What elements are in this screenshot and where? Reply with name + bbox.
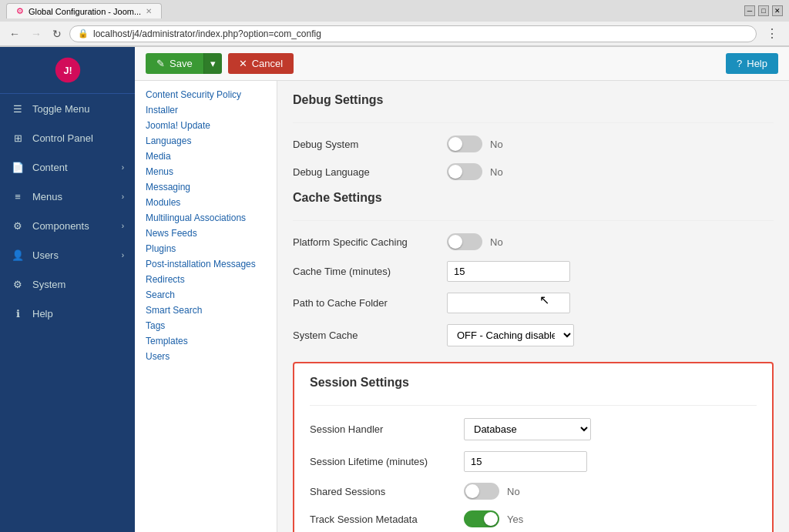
debug-language-toggle[interactable] — [447, 163, 482, 180]
system-cache-control: OFF - Caching disabled Conservative cach… — [447, 324, 574, 346]
platform-caching-control: No — [447, 233, 503, 250]
left-nav-joomla-update[interactable]: Joomla! Update — [135, 118, 277, 133]
cache-folder-input[interactable] — [447, 293, 570, 313]
left-nav-smart-search[interactable]: Smart Search — [135, 303, 277, 318]
left-nav-multilingual[interactable]: Multilingual Associations — [135, 210, 277, 226]
debug-system-control: No — [447, 136, 503, 152]
help-button[interactable]: ? Help — [726, 53, 778, 74]
shared-sessions-toggle[interactable] — [464, 483, 499, 500]
reload-button[interactable]: ↻ — [49, 26, 65, 42]
content-area: Debug Settings Debug System No Debug Lan… — [277, 81, 789, 532]
shared-sessions-row: Shared Sessions No — [310, 483, 757, 500]
system-cache-label: System Cache — [293, 330, 447, 341]
tab-close-icon[interactable]: ✕ — [146, 7, 152, 15]
debug-system-row: Debug System No — [293, 136, 774, 152]
left-nav: Content Security Policy Installer Joomla… — [135, 81, 277, 532]
logo: J! — [0, 47, 135, 94]
left-nav-messaging[interactable]: Messaging — [135, 179, 277, 195]
debug-language-value: No — [490, 166, 503, 178]
debug-system-knob — [448, 137, 462, 151]
track-session-value: Yes — [507, 514, 523, 525]
left-nav-modules[interactable]: Modules — [135, 195, 277, 210]
forward-button[interactable]: → — [28, 26, 45, 42]
debug-language-row: Debug Language No — [293, 163, 774, 180]
left-nav-content-security[interactable]: Content Security Policy — [135, 87, 277, 102]
track-session-control: Yes — [464, 510, 523, 527]
save-icon: ✎ — [156, 58, 165, 69]
save-button-group: ✎ Save ▾ — [146, 53, 222, 74]
sidebar-item-toggle-menu[interactable]: ☰ Toggle Menu — [0, 94, 135, 123]
session-lifetime-control — [464, 451, 587, 472]
save-button[interactable]: ✎ Save — [146, 53, 203, 74]
left-nav-plugins[interactable]: Plugins — [135, 241, 277, 256]
session-lifetime-input[interactable] — [464, 451, 587, 472]
left-nav-languages[interactable]: Languages — [135, 133, 277, 149]
debug-language-control: No — [447, 163, 503, 180]
left-nav-tags[interactable]: Tags — [135, 318, 277, 333]
cancel-button[interactable]: ✕ Cancel — [228, 53, 294, 74]
sidebar-item-label: Menus — [32, 191, 62, 202]
left-nav-post-installation[interactable]: Post-installation Messages — [135, 256, 277, 272]
sidebar-item-label: Users — [32, 249, 59, 261]
cache-settings-title: Cache Settings — [293, 191, 774, 209]
debug-language-label: Debug Language — [293, 166, 447, 178]
sidebar-item-label: Content — [32, 162, 68, 173]
track-session-toggle[interactable] — [464, 510, 499, 527]
cache-folder-row: Path to Cache Folder — [293, 293, 774, 313]
help-icon: ℹ — [11, 306, 25, 320]
svg-text:J!: J! — [63, 65, 72, 76]
back-button[interactable]: ← — [6, 26, 23, 42]
sidebar-item-label: Toggle Menu — [32, 103, 89, 115]
platform-caching-label: Platform Specific Caching — [293, 236, 447, 248]
sidebar-item-users[interactable]: 👤 Users › — [0, 240, 135, 269]
browser-menu-button[interactable]: ⋮ — [761, 25, 783, 42]
left-nav-news-feeds[interactable]: News Feeds — [135, 226, 277, 241]
left-nav-menus[interactable]: Menus — [135, 164, 277, 179]
sidebar: J! ☰ Toggle Menu ⊞ Control Panel 📄 Conte… — [0, 47, 135, 532]
system-icon: ⚙ — [11, 277, 25, 291]
cache-time-input[interactable] — [447, 261, 570, 282]
sidebar-item-help[interactable]: ℹ Help — [0, 299, 135, 328]
platform-caching-value: No — [490, 236, 503, 248]
debug-system-value: No — [490, 139, 503, 150]
debug-settings-section: Debug Settings Debug System No Debug Lan… — [293, 93, 774, 180]
browser-tab[interactable]: ⚙ Global Configuration - Joom... ✕ — [6, 3, 162, 18]
maximize-button[interactable]: □ — [758, 5, 769, 16]
sidebar-item-label: Components — [32, 220, 89, 232]
sidebar-item-system[interactable]: ⚙ System — [0, 269, 135, 299]
tab-favicon: ⚙ — [16, 6, 24, 16]
users-icon: 👤 — [11, 248, 25, 262]
chevron-right-icon: › — [122, 192, 124, 201]
left-nav-search[interactable]: Search — [135, 287, 277, 303]
shared-sessions-value: No — [507, 486, 520, 497]
save-dropdown-button[interactable]: ▾ — [203, 53, 222, 74]
debug-system-toggle[interactable] — [447, 136, 482, 152]
cache-folder-label: Path to Cache Folder — [293, 297, 447, 309]
sidebar-item-components[interactable]: ⚙ Components › — [0, 211, 135, 240]
url-bar[interactable]: localhost/j4/administrator/index.php?opt… — [93, 28, 321, 39]
sidebar-item-label: System — [32, 279, 65, 290]
debug-settings-title: Debug Settings — [293, 93, 774, 112]
session-lifetime-row: Session Lifetime (minutes) — [310, 451, 757, 472]
platform-caching-toggle[interactable] — [447, 233, 482, 250]
session-handler-select[interactable]: Database Filesystem APCu Memcached Redis… — [464, 418, 591, 440]
track-session-knob — [484, 512, 498, 526]
toolbar: ✎ Save ▾ ✕ Cancel ? Help — [135, 47, 789, 81]
sidebar-item-control-panel[interactable]: ⊞ Control Panel — [0, 123, 135, 152]
left-nav-users[interactable]: Users — [135, 349, 277, 364]
shared-sessions-label: Shared Sessions — [310, 486, 464, 497]
session-lifetime-label: Session Lifetime (minutes) — [310, 456, 464, 467]
left-nav-templates[interactable]: Templates — [135, 333, 277, 349]
left-nav-redirects[interactable]: Redirects — [135, 272, 277, 287]
left-nav-media[interactable]: Media — [135, 149, 277, 164]
sidebar-item-content[interactable]: 📄 Content › — [0, 152, 135, 182]
chevron-right-icon: › — [122, 222, 124, 230]
close-button[interactable]: ✕ — [772, 5, 783, 16]
control-panel-icon: ⊞ — [11, 131, 25, 145]
sidebar-item-label: Help — [32, 308, 53, 320]
minimize-button[interactable]: ─ — [744, 5, 755, 16]
toggle-menu-icon: ☰ — [11, 102, 25, 115]
left-nav-installer[interactable]: Installer — [135, 102, 277, 118]
system-cache-select[interactable]: OFF - Caching disabled Conservative cach… — [447, 324, 574, 346]
sidebar-item-menus[interactable]: ≡ Menus › — [0, 182, 135, 211]
